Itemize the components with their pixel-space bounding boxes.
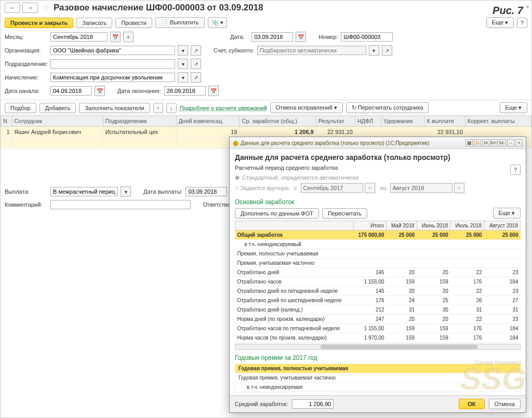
accrual-label: Начисление: (5, 74, 47, 80)
calendar-icon[interactable]: 📅 (208, 86, 219, 96)
modal-sub: Расчетный период среднего заработка (235, 165, 521, 171)
mminus-icon[interactable]: M- (499, 139, 506, 146)
dropdown-icon[interactable]: ▾ (121, 186, 131, 197)
pick-button[interactable]: Подбор (5, 103, 36, 113)
comment-field[interactable] (50, 200, 191, 209)
table-row[interactable]: Отработано дней14520202223 (235, 268, 521, 277)
forward-button[interactable]: → (22, 3, 38, 13)
pay-button[interactable]: 📄 Выплатить (155, 17, 205, 28)
dropdown-icon[interactable]: ▾ (178, 45, 188, 56)
payout-field[interactable] (50, 187, 118, 196)
help-button[interactable]: ? (510, 165, 521, 175)
dropdown-icon[interactable]: ▾ (178, 72, 188, 83)
org-field[interactable] (50, 46, 175, 55)
cancel-corr-button[interactable]: Отмена исправлений ▾ (270, 102, 343, 113)
calendar-icon[interactable]: 📅 (95, 86, 105, 96)
column-header[interactable]: Результат (316, 116, 355, 127)
calendar-icon[interactable]: 📅 (296, 32, 306, 42)
dend-label: Дата окончания: (117, 88, 161, 94)
table-row[interactable]: Норма часов (по произв. календарю)1 970,… (235, 333, 521, 343)
column-header[interactable]: Ср. заработок (общ.) (240, 116, 316, 127)
month-field[interactable] (50, 32, 108, 42)
table-row[interactable]: Общий заработок175 000,0025 00025 00025 … (235, 231, 521, 240)
column-header[interactable]: Дней компенсац. (176, 116, 240, 127)
account-label: Счет, субконто: (214, 47, 254, 53)
accrual-field[interactable] (50, 73, 175, 82)
down-button[interactable]: ↓ (166, 103, 177, 113)
column-header[interactable]: Сотрудник (12, 116, 103, 127)
column-header: Июнь 2018 (417, 221, 450, 231)
comment-label: Комментарий: (5, 201, 47, 208)
column-header[interactable]: Удержания (381, 116, 424, 127)
table-row[interactable]: Отработано часов1 155,00159159176184 (235, 277, 521, 287)
details-link[interactable]: Подробнее о расчете удержаний (180, 105, 267, 111)
table-row[interactable]: Премия, учитываемая частично (235, 259, 521, 268)
dend-field[interactable] (164, 86, 206, 96)
table-row[interactable]: 1 Яшин Андрей Борисович Испытательный це… (1, 127, 531, 138)
back-button[interactable]: ← (5, 3, 20, 13)
account-field[interactable] (257, 46, 366, 55)
star-icon[interactable]: ☆ (42, 3, 49, 13)
recalc-button[interactable]: Пересчитать (322, 208, 367, 219)
open-icon[interactable]: ↗ (191, 45, 201, 56)
column-header[interactable]: N (1, 116, 12, 127)
more-button[interactable]: Еще ▾ (486, 17, 514, 28)
table-row[interactable]: Норма дней (по произв. календарю)2472020… (235, 315, 521, 324)
section-main-earnings: Основной заработок (235, 198, 521, 206)
dash-icon[interactable]: – (507, 139, 514, 146)
post-button[interactable]: Провести (115, 18, 152, 28)
dstart-field[interactable] (50, 86, 92, 96)
table-row[interactable]: Премия, полностью учитываемая (235, 249, 521, 259)
close-icon[interactable]: × (526, 4, 529, 11)
mplus-icon[interactable]: M+ (490, 139, 498, 146)
table-row[interactable]: Годовая премия, полностью учитываемая (235, 364, 521, 373)
m-icon[interactable]: M (482, 139, 489, 146)
more-button[interactable]: Еще ▾ (493, 208, 521, 219)
open-icon[interactable]: ↗ (191, 59, 201, 69)
fill-fot-button[interactable]: Дополнить по данным ФОТ (235, 208, 319, 219)
radio-manual: ○Задается вручную с: ÷ по: ÷ (235, 182, 521, 194)
calc-icon[interactable]: ▦ (466, 139, 473, 146)
column-header: Июль 2018 (450, 221, 484, 231)
dept-field[interactable] (50, 59, 175, 69)
open-icon[interactable]: ↗ (382, 45, 392, 56)
pdate-field[interactable] (185, 187, 227, 196)
more-button[interactable]: Еще ▾ (500, 102, 527, 113)
table-row[interactable]: Годовая премия, учитываемая частично (235, 373, 521, 383)
table-row[interactable]: Отработано дней по пятидневной неделе145… (235, 287, 521, 296)
column-header[interactable]: Коррект. выплаты (465, 116, 531, 127)
scrollbar[interactable] (235, 344, 521, 350)
column-header[interactable]: К выплате (424, 116, 465, 127)
add-button[interactable]: Добавить (39, 103, 76, 113)
table-row[interactable]: Отработано часов по пятидневной неделе1 … (235, 324, 521, 333)
close-icon[interactable]: × (515, 139, 523, 146)
table-row[interactable]: в т.ч. неиндексируемый (235, 240, 521, 249)
column-header[interactable]: Подразделение (103, 116, 176, 127)
dropdown-icon[interactable]: ▾ (178, 59, 188, 69)
app-icon: ⬤ (233, 140, 238, 146)
table-row[interactable]: Отработано дней (календ.)21231303131 (235, 305, 521, 315)
date-field[interactable] (251, 32, 293, 42)
modal-window-title: Данные для расчета среднего заработка (т… (241, 140, 429, 146)
table-row[interactable]: в т.ч. неиндексируемая (235, 383, 521, 392)
up-button[interactable]: ↑ (153, 103, 164, 113)
help-button[interactable]: ? (517, 18, 527, 28)
ok-button[interactable]: ОК (459, 399, 484, 409)
table-row[interactable]: Отработано дней по шестидневной неделе17… (235, 296, 521, 305)
date-icon[interactable]: 31 (474, 139, 481, 146)
dropdown-icon[interactable]: ▾ (369, 45, 379, 56)
calendar-icon[interactable]: 📅 (110, 32, 121, 42)
attach-button[interactable]: 📎 ▾ (208, 17, 227, 28)
payout-label: Выплата: (5, 188, 47, 195)
recalc-button[interactable]: ↻ Пересчитать сотрудника (346, 102, 429, 113)
column-header[interactable]: НДФЛ (355, 116, 381, 127)
modal-heading: Данные для расчета среднего заработка (т… (235, 153, 521, 161)
open-icon[interactable]: ↗ (191, 72, 201, 83)
number-field[interactable] (341, 32, 393, 42)
avg-earnings-modal: ⬤ Данные для расчета среднего заработка … (229, 137, 526, 413)
spin-icon[interactable]: ÷ (123, 32, 134, 42)
save-button[interactable]: Записать (76, 18, 112, 28)
post-close-button[interactable]: Провести и закрыть (5, 18, 73, 28)
cancel-button[interactable]: Отмена (489, 399, 521, 409)
fill-button[interactable]: Заполнить показатели (79, 103, 150, 113)
